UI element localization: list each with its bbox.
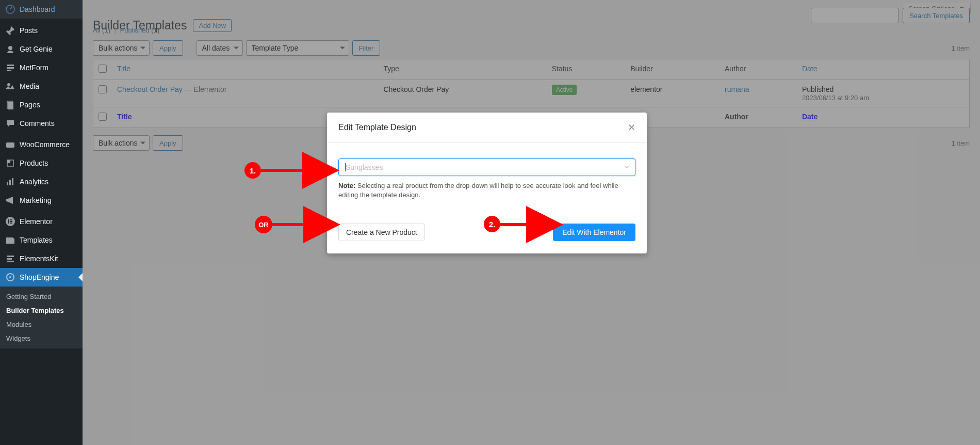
svg-point-1 [8, 46, 12, 50]
sidebar-item-metform[interactable]: MetForm [0, 58, 83, 77]
chevron-down-icon [624, 163, 630, 171]
sidebar-item-woocommerce[interactable]: WooCommerce [0, 135, 83, 154]
shopengine-submenu: Getting Started Builder Templates Module… [0, 287, 83, 348]
svg-rect-21 [7, 258, 12, 260]
elementskit-icon [5, 253, 15, 264]
svg-rect-8 [6, 142, 14, 148]
products-icon [5, 158, 15, 168]
sidebar-label: Elementor [20, 217, 53, 226]
sidebar-label: Analytics [20, 178, 48, 186]
svg-rect-10 [7, 160, 10, 163]
sidebar-item-get-genie[interactable]: Get Genie [0, 40, 83, 58]
templates-icon [5, 235, 15, 245]
sidebar-item-comments[interactable]: Comments [0, 114, 83, 133]
product-placeholder: Sunglasses [346, 163, 383, 171]
sidebar-label: Get Genie [20, 45, 53, 53]
note-text: Note: Selecting a real product from the … [338, 181, 635, 200]
sidebar-item-elementskit[interactable]: ElementsKit [0, 249, 83, 268]
svg-rect-18 [10, 221, 12, 222]
pin-icon [5, 25, 15, 36]
woo-icon [5, 139, 15, 150]
sidebar-item-media[interactable]: Media [0, 77, 83, 96]
submenu-getting-started[interactable]: Getting Started [0, 290, 83, 304]
submenu-modules[interactable]: Modules [0, 317, 83, 331]
product-select-dropdown[interactable]: Sunglasses [338, 158, 635, 176]
sidebar-label: Dashboard [20, 5, 55, 13]
media-icon [5, 81, 15, 91]
svg-rect-22 [7, 261, 14, 262]
sidebar-item-pages[interactable]: Pages [0, 96, 83, 114]
pages-icon [5, 100, 15, 110]
metform-icon [5, 62, 15, 73]
edit-template-modal: Edit Template Design ✕ Sunglasses Note: … [327, 113, 647, 253]
genie-icon [5, 44, 15, 54]
svg-point-24 [9, 276, 11, 278]
sidebar-label: MetForm [20, 63, 48, 72]
sidebar-label: Media [20, 82, 39, 90]
sidebar-label: Products [20, 159, 48, 167]
sidebar-label: Templates [20, 236, 53, 244]
sidebar-item-products[interactable]: Products [0, 154, 83, 172]
sidebar-item-posts[interactable]: Posts [0, 21, 83, 40]
shopengine-icon [5, 272, 15, 282]
svg-rect-13 [12, 178, 13, 185]
dashboard-icon [5, 4, 15, 14]
svg-rect-4 [7, 70, 11, 71]
svg-rect-16 [8, 219, 9, 224]
submenu-builder-templates[interactable]: Builder Templates [0, 304, 83, 317]
sidebar-label: ShopEngine [20, 273, 59, 281]
sidebar-label: ElementsKit [20, 255, 58, 263]
sidebar-label: WooCommerce [20, 140, 70, 149]
svg-rect-3 [7, 67, 14, 69]
modal-close-button[interactable]: ✕ [628, 122, 635, 133]
comments-icon [5, 118, 15, 129]
sidebar-item-elementor[interactable]: Elementor [0, 212, 83, 231]
svg-rect-12 [9, 180, 11, 185]
svg-rect-7 [8, 102, 13, 109]
admin-sidebar: Dashboard Posts Get Genie MetForm Media … [0, 0, 83, 445]
close-icon: ✕ [628, 122, 635, 133]
main-content: Screen Options ▼ Builder Templates Add N… [83, 0, 980, 445]
svg-rect-14 [6, 199, 8, 201]
sidebar-item-analytics[interactable]: Analytics [0, 172, 83, 191]
sidebar-label: Marketing [20, 196, 51, 204]
elementor-icon [5, 216, 15, 227]
sidebar-item-marketing[interactable]: Marketing [0, 191, 83, 210]
svg-rect-17 [10, 219, 12, 220]
svg-rect-19 [10, 223, 12, 224]
marketing-icon [5, 195, 15, 205]
modal-title: Edit Template Design [338, 123, 416, 132]
sidebar-label: Comments [20, 119, 55, 128]
svg-point-5 [7, 83, 10, 86]
sidebar-label: Pages [20, 101, 40, 109]
sidebar-item-shopengine[interactable]: ShopEngine [0, 268, 83, 287]
edit-with-elementor-button[interactable]: Edit With Elementor [553, 224, 635, 241]
sidebar-item-templates[interactable]: Templates [0, 231, 83, 249]
create-new-product-button[interactable]: Create a New Product [338, 224, 425, 241]
analytics-icon [5, 177, 15, 187]
svg-rect-11 [7, 182, 8, 185]
svg-rect-20 [7, 256, 14, 257]
sidebar-label: Posts [20, 26, 38, 35]
submenu-widgets[interactable]: Widgets [0, 331, 83, 345]
svg-rect-2 [7, 65, 14, 66]
sidebar-item-dashboard[interactable]: Dashboard [0, 0, 83, 19]
